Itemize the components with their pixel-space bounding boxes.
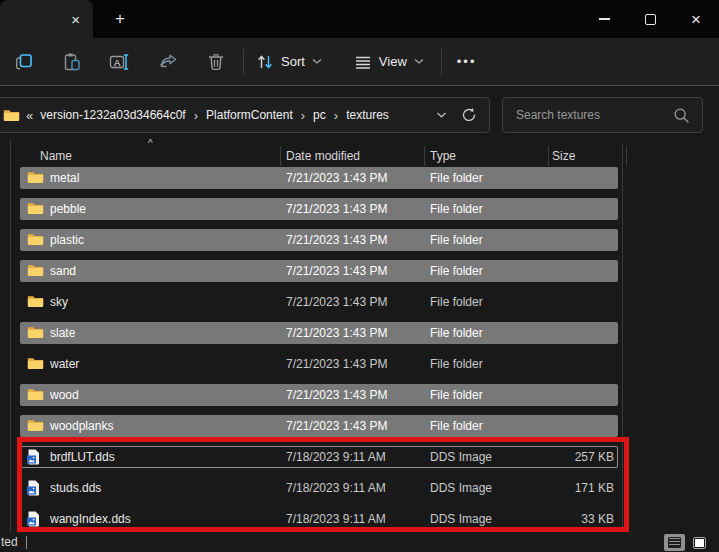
breadcrumb-segment[interactable]: textures xyxy=(341,105,394,125)
folder-icon xyxy=(27,170,44,186)
maximize-button[interactable] xyxy=(627,0,673,38)
search-icon[interactable] xyxy=(673,107,690,124)
file-type: File folder xyxy=(430,322,483,344)
table-row[interactable]: pebble 7/21/2023 1:43 PM File folder xyxy=(20,198,618,220)
table-row[interactable]: slate 7/21/2023 1:43 PM File folder xyxy=(20,322,618,344)
new-tab-button[interactable]: + xyxy=(108,9,132,31)
tab-close-icon[interactable]: × xyxy=(64,9,87,30)
table-row[interactable]: woodplanks 7/21/2023 1:43 PM File folder xyxy=(20,415,618,437)
copy-button[interactable] xyxy=(4,45,44,79)
breadcrumb-segment[interactable]: pc xyxy=(308,105,331,125)
table-row[interactable]: sand 7/21/2023 1:43 PM File folder xyxy=(20,260,618,282)
table-row[interactable]: wangIndex.dds 7/18/2023 9:11 AM DDS Imag… xyxy=(20,508,618,530)
details-view-button[interactable] xyxy=(664,534,685,551)
explorer-tab[interactable]: × xyxy=(0,0,93,38)
file-explorer-window: × + × xyxy=(0,0,719,552)
table-row[interactable]: plastic 7/21/2023 1:43 PM File folder xyxy=(20,229,618,251)
file-type: File folder xyxy=(430,198,483,220)
file-date: 7/21/2023 1:43 PM xyxy=(286,167,387,189)
file-date: 7/21/2023 1:43 PM xyxy=(286,229,387,251)
close-icon: × xyxy=(691,11,701,28)
file-type: File folder xyxy=(430,260,483,282)
share-button[interactable] xyxy=(148,45,188,79)
breadcrumb-segment[interactable]: PlatformContent xyxy=(201,105,298,125)
file-type: File folder xyxy=(430,415,483,437)
status-bar: ted xyxy=(0,533,719,552)
table-row[interactable]: wood 7/21/2023 1:43 PM File folder xyxy=(20,384,618,406)
file-type: DDS Image xyxy=(430,508,492,530)
command-toolbar: A xyxy=(0,38,719,86)
file-date: 7/18/2023 9:11 AM xyxy=(286,508,386,530)
column-header-date-modified[interactable]: Date modified xyxy=(286,145,360,167)
breadcrumb-separator-icon[interactable]: › xyxy=(298,108,308,123)
details-view-icon xyxy=(668,537,681,548)
column-divider[interactable] xyxy=(424,146,425,166)
file-name: wangIndex.dds xyxy=(50,508,131,530)
file-size: 33 KB xyxy=(581,508,614,530)
view-toggles xyxy=(664,534,710,551)
sort-ascending-icon[interactable]: ^ xyxy=(148,138,153,149)
minimize-button[interactable] xyxy=(581,0,627,38)
table-row[interactable]: sky 7/21/2023 1:43 PM File folder xyxy=(20,291,618,313)
file-name: woodplanks xyxy=(50,415,113,437)
delete-icon xyxy=(206,52,226,72)
table-row[interactable]: water 7/21/2023 1:43 PM File folder xyxy=(20,353,618,375)
status-text: ted xyxy=(1,535,18,549)
toolbar-separator xyxy=(243,49,244,75)
rename-button[interactable]: A xyxy=(100,45,140,79)
dds-image-file-icon xyxy=(27,480,44,496)
pane-divider xyxy=(622,145,623,531)
chevron-down-icon xyxy=(414,58,424,65)
sort-button[interactable]: Sort xyxy=(247,45,331,79)
thumbnails-view-button[interactable] xyxy=(689,534,710,551)
breadcrumb-separator-icon[interactable]: › xyxy=(191,108,201,123)
column-divider[interactable] xyxy=(548,146,549,166)
address-dropdown-chevron-icon[interactable] xyxy=(436,111,447,119)
column-header-type[interactable]: Type xyxy=(430,145,456,167)
delete-button[interactable] xyxy=(196,45,236,79)
file-date: 7/21/2023 1:43 PM xyxy=(286,322,387,344)
dds-image-file-icon xyxy=(27,449,44,465)
refresh-icon[interactable] xyxy=(461,107,477,123)
column-divider[interactable] xyxy=(280,146,281,166)
title-bar: × + × xyxy=(0,0,719,38)
column-divider[interactable] xyxy=(626,146,627,166)
breadcrumb-segment[interactable]: version-1232a03d34664c0f xyxy=(35,105,190,125)
breadcrumb-overflow-icon[interactable]: « xyxy=(26,108,33,123)
file-type: File folder xyxy=(430,291,483,313)
paste-button[interactable] xyxy=(52,45,92,79)
folder-icon xyxy=(27,418,44,434)
file-date: 7/18/2023 9:11 AM xyxy=(286,477,386,499)
address-bar[interactable]: « version-1232a03d34664c0f › PlatformCon… xyxy=(0,97,490,133)
folder-icon xyxy=(27,232,44,248)
folder-icon xyxy=(27,201,44,217)
status-separator xyxy=(26,536,27,549)
view-button[interactable]: View xyxy=(345,45,433,79)
close-button[interactable]: × xyxy=(673,0,719,38)
search-input[interactable] xyxy=(503,108,673,122)
folder-icon xyxy=(27,325,44,341)
file-name: studs.dds xyxy=(50,477,101,499)
file-name: metal xyxy=(50,167,79,189)
file-type: DDS Image xyxy=(430,446,492,468)
file-name: sky xyxy=(50,291,68,313)
column-header-size[interactable]: Size xyxy=(552,145,575,167)
rename-icon: A xyxy=(109,52,131,72)
breadcrumb-separator-icon[interactable]: › xyxy=(331,108,341,123)
table-row[interactable]: studs.dds 7/18/2023 9:11 AM DDS Image 17… xyxy=(20,477,618,499)
table-row[interactable]: metal 7/21/2023 1:43 PM File folder xyxy=(20,167,618,189)
file-date: 7/21/2023 1:43 PM xyxy=(286,384,387,406)
file-name: water xyxy=(50,353,79,375)
column-header-name[interactable]: Name xyxy=(40,145,72,167)
chevron-down-icon xyxy=(312,58,322,65)
sort-icon xyxy=(256,53,274,71)
file-list-area: ^ Name Date modified Type Size metal 7/2… xyxy=(0,140,719,533)
table-row[interactable]: brdfLUT.dds 7/18/2023 9:11 AM DDS Image … xyxy=(20,446,618,468)
address-band: « version-1232a03d34664c0f › PlatformCon… xyxy=(0,86,719,140)
more-options-button[interactable]: ••• xyxy=(445,45,489,79)
view-label: View xyxy=(379,54,407,69)
window-controls: × xyxy=(581,0,719,38)
minimize-icon xyxy=(599,18,610,20)
pane-divider xyxy=(10,140,11,532)
thumbnails-view-icon xyxy=(693,537,706,549)
